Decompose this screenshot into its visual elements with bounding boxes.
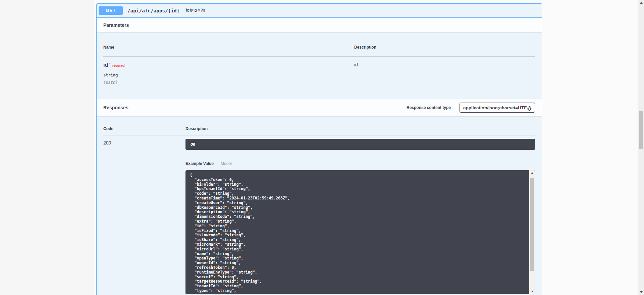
responses-col-code: Code — [103, 123, 185, 135]
triangle-down-icon — [640, 291, 643, 293]
responses-table: Code Description 200 OK Example Value Mo… — [97, 116, 542, 294]
parameter-description: id — [354, 57, 535, 85]
parameters-col-name: Name — [103, 39, 354, 57]
model-example-tabs: Example Value Model — [185, 161, 535, 166]
responses-col-description: Description — [185, 123, 535, 135]
page-scroll-up-button[interactable] — [638, 0, 644, 6]
tab-example-value[interactable]: Example Value — [185, 161, 214, 166]
responses-section-header: Responses Response content type applicat… — [97, 99, 542, 116]
response-content-type-control: Response content type application/json;c… — [407, 103, 535, 113]
page-scrollbar-thumb[interactable] — [639, 111, 643, 149]
parameters-col-description: Description — [354, 39, 535, 57]
response-status-code: 200 — [103, 135, 185, 294]
parameter-name: id — [103, 62, 108, 68]
response-status-text-bar: OK — [185, 139, 535, 150]
swagger-page: GET /api/afc/apps/{id} 根据id查询 Parameters… — [0, 0, 644, 295]
response-description-cell: OK Example Value Model { "accessToken": … — [185, 135, 535, 294]
responses-title: Responses — [103, 105, 128, 110]
triangle-down-icon — [531, 291, 534, 292]
response-status-text: OK — [191, 142, 195, 147]
triangle-up-icon — [640, 2, 643, 4]
code-scrollbar-thumb[interactable] — [530, 178, 534, 271]
code-scrollbar[interactable] — [529, 170, 535, 294]
code-scroll-up-button[interactable] — [529, 170, 535, 176]
required-asterisk: * — [109, 62, 111, 67]
http-method-badge: GET — [99, 6, 123, 15]
parameters-table: Name Description id*required string (pat… — [97, 32, 542, 99]
endpoint-path[interactable]: /api/afc/apps/{id} — [127, 8, 179, 13]
code-scroll-down-button[interactable] — [529, 289, 535, 294]
required-label: required — [112, 64, 125, 67]
chevron-down-icon — [527, 107, 532, 113]
parameters-section-header: Parameters — [97, 18, 542, 32]
response-content-type-select[interactable]: application/json;charset=UTF-8 — [460, 103, 535, 113]
tab-model[interactable]: Model — [221, 161, 232, 166]
parameter-location: (path) — [103, 80, 354, 85]
example-json-block: { "accessToken": 0, "biFolder": "string"… — [185, 170, 535, 294]
page-scrollbar[interactable] — [638, 0, 644, 295]
triangle-up-icon — [531, 172, 534, 174]
parameters-title: Parameters — [103, 22, 129, 28]
example-json-code: { "accessToken": 0, "biFolder": "string"… — [185, 170, 535, 294]
operation-summary-row[interactable]: GET /api/afc/apps/{id} 根据id查询 — [97, 4, 542, 18]
response-content-type-value: application/json;charset=UTF-8 — [463, 105, 531, 110]
page-scroll-down-button[interactable] — [638, 289, 644, 295]
operation-block-get: GET /api/afc/apps/{id} 根据id查询 Parameters… — [96, 3, 542, 295]
response-content-type-label: Response content type — [407, 105, 451, 110]
endpoint-description: 根据id查询 — [185, 8, 205, 13]
parameter-type: string — [103, 73, 354, 77]
tab-divider — [217, 161, 217, 166]
page-left-gutter — [0, 0, 94, 295]
parameter-row-name-cell: id*required string (path) — [103, 57, 354, 85]
